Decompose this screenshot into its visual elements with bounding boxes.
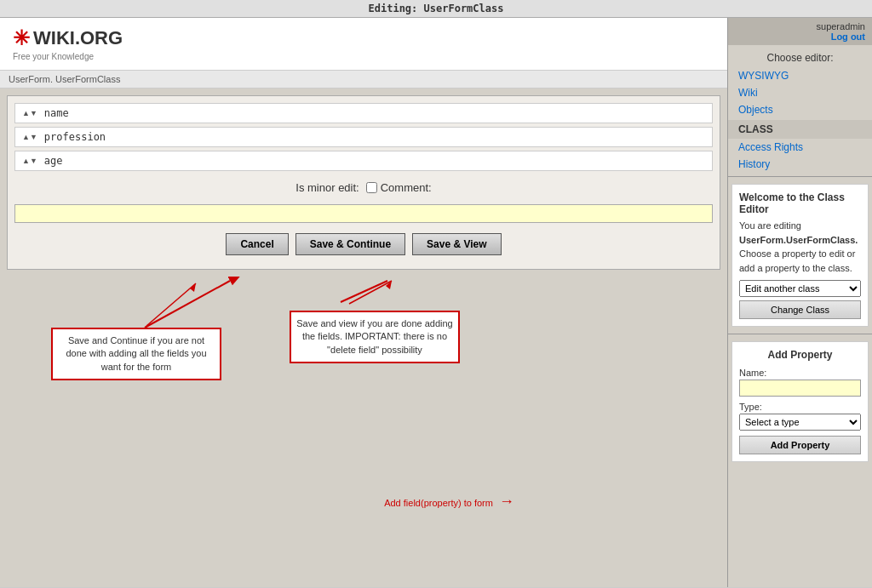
button-row: Cancel Save & Continue Save & View: [14, 230, 713, 262]
editor-box: ▲▼ name ▲▼ profession ▲▼ age Is minor ed…: [7, 95, 720, 270]
sidebar-user-bar: superadmin Log out: [728, 18, 872, 45]
choose-editor-label: Choose editor:: [728, 45, 872, 67]
property-name-input[interactable]: [739, 380, 861, 397]
add-property-button[interactable]: Add Property: [739, 436, 861, 454]
field-arrows-age[interactable]: ▲▼: [22, 157, 37, 165]
change-class-button[interactable]: Change Class: [739, 300, 861, 319]
sidebar-divider-1: [728, 176, 872, 177]
svg-line-0: [145, 281, 230, 328]
class-editor-description: You are editing UserForm.UserFormClass. …: [739, 219, 861, 275]
minor-edit-checkbox[interactable]: [366, 182, 377, 193]
field-row-age: ▲▼ age: [14, 151, 713, 171]
add-field-annotation: Add field(property) to form →: [384, 493, 514, 511]
save-continue-button[interactable]: Save & Continue: [295, 233, 405, 255]
svg-marker-4: [190, 283, 196, 292]
add-property-panel: Add Property Name: Type: Select a type A…: [731, 341, 869, 462]
field-arrows-name[interactable]: ▲▼: [22, 109, 37, 117]
editing-page: UserForm.UserFormClass.: [739, 235, 858, 245]
wysiwyg-link[interactable]: WYSIWYG: [728, 67, 872, 84]
class-editor-panel: Welcome to the Class Editor You are edit…: [731, 184, 869, 327]
logo-star-icon: ✳: [13, 26, 30, 50]
logo-top: ✳ WIKI.ORG: [13, 26, 123, 50]
comment-label: Comment:: [381, 181, 432, 194]
logout-link[interactable]: Log out: [831, 31, 865, 42]
save-view-annotation-text: Save and view if you are done adding the…: [296, 318, 452, 355]
class-editor-desc: Choose a property to edit or add a prope…: [739, 248, 855, 273]
svg-line-5: [349, 281, 392, 304]
field-name-name: name: [44, 107, 69, 119]
objects-link[interactable]: Objects: [728, 101, 872, 118]
breadcrumb-text: UserForm. UserFormClass: [9, 74, 120, 84]
logo: ✳ WIKI.ORG Free your Knowledge: [13, 26, 123, 61]
logo-text: WIKI.ORG: [33, 27, 123, 49]
breadcrumb: UserForm. UserFormClass: [0, 71, 727, 88]
property-type-select[interactable]: Select a type: [739, 414, 861, 431]
save-view-annotation: Save and view if you are done adding the…: [290, 311, 460, 363]
class-header: CLASS: [728, 120, 872, 139]
title-page: UserFormClass: [424, 3, 504, 14]
type-label: Type:: [739, 402, 861, 412]
annotation-area: Save and Continue if you are not done wi…: [0, 277, 727, 587]
field-row-name: ▲▼ name: [14, 103, 713, 123]
class-select[interactable]: Edit another class: [739, 280, 861, 297]
cancel-button[interactable]: Cancel: [226, 233, 288, 255]
name-label: Name:: [739, 368, 861, 378]
add-property-title: Add Property: [739, 349, 861, 361]
title-prefix: Editing:: [369, 3, 424, 14]
logo-tagline: Free your Knowledge: [13, 52, 123, 61]
field-name-age: age: [44, 155, 63, 167]
svg-line-3: [146, 283, 196, 326]
history-link[interactable]: History: [728, 156, 872, 173]
minor-edit-row: Is minor edit: Comment:: [14, 174, 713, 201]
content-area: ✳ WIKI.ORG Free your Knowledge UserForm.…: [0, 18, 727, 587]
wiki-link[interactable]: Wiki: [728, 84, 872, 101]
sidebar: superadmin Log out Choose editor: WYSIWY…: [727, 18, 872, 587]
comment-input[interactable]: [14, 204, 713, 223]
save-continue-annotation: Save and Continue if you are not done wi…: [51, 328, 221, 380]
field-arrows-profession[interactable]: ▲▼: [22, 133, 37, 141]
access-rights-link[interactable]: Access Rights: [728, 139, 872, 156]
sidebar-username: superadmin: [817, 21, 865, 31]
header: ✳ WIKI.ORG Free your Knowledge: [0, 18, 727, 71]
minor-edit-label: Is minor edit:: [295, 181, 359, 194]
svg-line-1: [341, 281, 387, 302]
add-field-text: Add field(property) to form: [384, 498, 493, 508]
title-bar: Editing: UserFormClass: [0, 0, 872, 18]
save-continue-annotation-text: Save and Continue if you are not done wi…: [66, 335, 206, 372]
svg-marker-6: [386, 281, 392, 289]
sidebar-divider-2: [728, 334, 872, 334]
save-view-button[interactable]: Save & View: [412, 233, 502, 255]
field-name-profession: profession: [44, 131, 106, 143]
class-editor-title: Welcome to the Class Editor: [739, 191, 861, 215]
field-row-profession: ▲▼ profession: [14, 127, 713, 147]
editing-label: You are editing: [739, 220, 801, 231]
